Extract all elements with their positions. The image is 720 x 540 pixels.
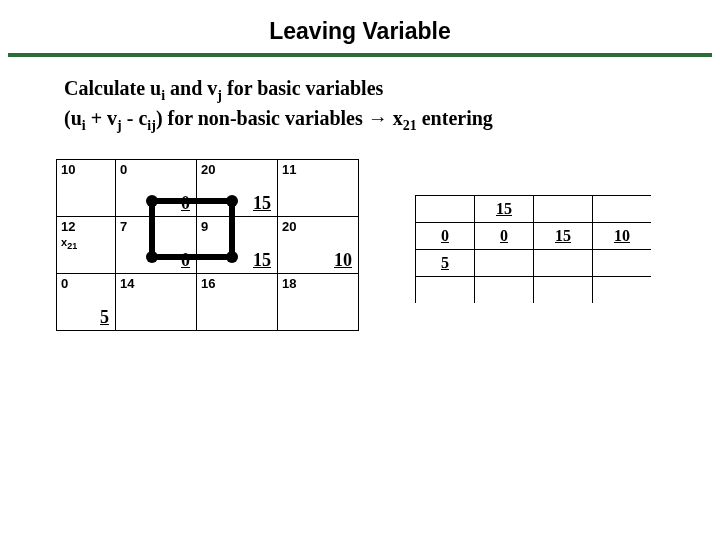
entering-var: x21 — [61, 236, 77, 248]
subscript: ij — [147, 118, 156, 133]
cell — [593, 196, 652, 223]
cell — [534, 277, 593, 304]
allocation-value: 5 — [100, 307, 109, 328]
cost-label: 16 — [201, 276, 215, 291]
arrow-icon: → — [368, 107, 388, 129]
text: entering — [417, 107, 493, 129]
cell: 915 — [197, 217, 278, 274]
uv-summary-table: 15 0 0 15 10 5 — [415, 195, 651, 303]
cost-label: 12 x21 — [61, 219, 77, 251]
text: for basic variables — [222, 77, 383, 99]
cell — [534, 250, 593, 277]
cell — [534, 196, 593, 223]
table-row: 5 — [416, 250, 652, 277]
cost-label: 7 — [120, 219, 127, 234]
cell: 0 — [475, 223, 534, 250]
cost-label: 10 — [61, 162, 75, 177]
table-row: 0 0 15 10 — [416, 223, 652, 250]
allocation-value: 0 — [181, 193, 190, 214]
cell: 15 — [534, 223, 593, 250]
value: 10 — [614, 227, 630, 244]
transportation-tableau: 10 00 2015 11 12 x21 70 915 2010 — [56, 159, 359, 331]
cell: 70 — [116, 217, 197, 274]
cell: 11 — [278, 160, 359, 217]
cell: 15 — [475, 196, 534, 223]
allocation-value: 0 — [181, 250, 190, 271]
cell — [475, 250, 534, 277]
cell: 0 — [416, 223, 475, 250]
subscript: 21 — [403, 118, 417, 133]
table-row — [416, 277, 652, 304]
value: 15 — [496, 200, 512, 217]
value: 0 — [441, 227, 449, 244]
cell: 12 x21 — [57, 217, 116, 274]
cell — [593, 277, 652, 304]
text: (u — [64, 107, 82, 129]
cell: 05 — [57, 274, 116, 331]
cell: 10 — [593, 223, 652, 250]
table-row: 05 14 16 18 — [57, 274, 359, 331]
text: + v — [86, 107, 117, 129]
table-row: 10 00 2015 11 — [57, 160, 359, 217]
cell: 5 — [416, 250, 475, 277]
cell: 16 — [197, 274, 278, 331]
table-row: 15 — [416, 196, 652, 223]
cost-label: 18 — [282, 276, 296, 291]
cost-label: 11 — [282, 162, 296, 177]
cell — [475, 277, 534, 304]
cell: 2015 — [197, 160, 278, 217]
cell — [593, 250, 652, 277]
cell: 00 — [116, 160, 197, 217]
allocation-value: 15 — [253, 250, 271, 271]
table-row: 12 x21 70 915 2010 — [57, 217, 359, 274]
value: 5 — [441, 254, 449, 271]
text: Calculate u — [64, 77, 161, 99]
text: x — [388, 107, 403, 129]
cost-label: 9 — [201, 219, 208, 234]
cost-label: 0 — [120, 162, 127, 177]
slide-title: Leaving Variable — [0, 0, 720, 53]
cell: 18 — [278, 274, 359, 331]
body-text: Calculate ui and vj for basic variables … — [64, 75, 664, 135]
cost-label: 14 — [120, 276, 134, 291]
cell: 2010 — [278, 217, 359, 274]
cost-label: 0 — [61, 276, 68, 291]
cell — [416, 277, 475, 304]
value: 15 — [555, 227, 571, 244]
cost-label: 20 — [201, 162, 215, 177]
allocation-value: 15 — [253, 193, 271, 214]
title-underline — [8, 53, 712, 57]
cell: 14 — [116, 274, 197, 331]
tables-row: 10 00 2015 11 12 x21 70 915 2010 — [0, 159, 720, 331]
text: ) for non-basic variables — [156, 107, 368, 129]
cell: 10 — [57, 160, 116, 217]
left-table-wrapper: 10 00 2015 11 12 x21 70 915 2010 — [56, 159, 359, 331]
cost-label: 20 — [282, 219, 296, 234]
slide: Leaving Variable Calculate ui and vj for… — [0, 0, 720, 540]
value: 0 — [500, 227, 508, 244]
cell — [416, 196, 475, 223]
cost-number: 12 — [61, 219, 75, 234]
text: and v — [165, 77, 217, 99]
allocation-value: 10 — [334, 250, 352, 271]
text: - c — [122, 107, 148, 129]
